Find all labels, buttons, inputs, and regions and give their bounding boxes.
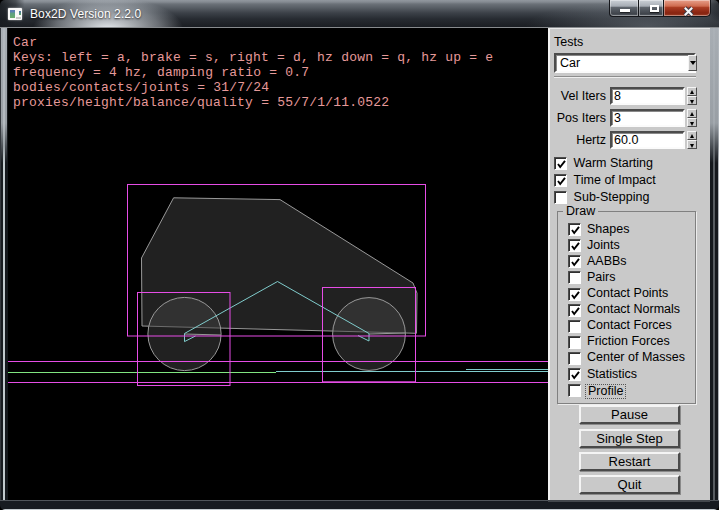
svg-text:bodies/contacts/joints = 31/7/: bodies/contacts/joints = 31/7/24: [13, 80, 269, 95]
svg-text:frequency = 4 hz, damping rati: frequency = 4 hz, damping ratio = 0.7: [13, 65, 309, 80]
svg-text:Keys: left = a, brake = s, rig: Keys: left = a, brake = s, right = d, hz…: [13, 50, 493, 65]
svg-text:Car: Car: [13, 35, 37, 50]
svg-text:proxies/height/balance/quality: proxies/height/balance/quality = 55/7/1/…: [13, 95, 389, 110]
